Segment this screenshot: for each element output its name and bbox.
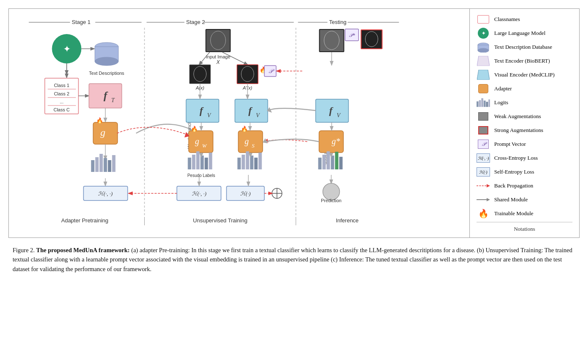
svg-text:...: ...: [60, 99, 64, 104]
legend-footer-label: Notations: [477, 222, 572, 232]
svg-rect-94: [246, 151, 249, 169]
legend-classnames-label: Classnames: [494, 16, 520, 23]
svg-text:V: V: [207, 112, 212, 119]
svg-rect-87: [192, 155, 196, 169]
legend-panel: Classnames ✦ Large Language Model: [470, 9, 579, 237]
legend-llm: ✦ Large Language Model: [477, 28, 572, 39]
svg-rect-151: [484, 100, 486, 107]
svg-text:g: g: [195, 137, 199, 146]
svg-text:𝒫*: 𝒫*: [349, 32, 355, 38]
svg-rect-51: [207, 30, 230, 51]
legend-weak-aug: Weak Augmentations: [477, 111, 572, 122]
legend-classnames: Classnames: [477, 14, 572, 25]
svg-text:ℋ(·, ·): ℋ(·, ·): [98, 190, 113, 197]
svg-rect-86: [188, 158, 191, 169]
legend-classnames-icon: [477, 14, 490, 25]
diagram-svg: Stage 1 Stage 2 Testing ✦: [9, 9, 469, 227]
svg-rect-150: [481, 98, 483, 107]
svg-rect-128: [327, 151, 330, 169]
legend-visual-encoder-icon: [477, 69, 490, 80]
legend-strong-aug: Strong Augmentations: [477, 125, 572, 136]
svg-text:🔥: 🔥: [241, 125, 248, 132]
svg-rect-113: [320, 30, 344, 51]
svg-text:Inference: Inference: [336, 217, 358, 224]
svg-rect-152: [486, 102, 488, 107]
legend-cross-entropy-label: Cross-Entropy Loss: [494, 155, 538, 161]
svg-rect-92: [238, 158, 241, 169]
legend-logits-icon: [477, 97, 490, 108]
legend-logits: Logits: [477, 97, 572, 108]
svg-rect-91: [209, 153, 212, 169]
legend-textdb-icon: [477, 42, 490, 53]
svg-text:Class C: Class C: [53, 107, 70, 112]
svg-rect-153: [488, 99, 490, 107]
svg-point-134: [323, 183, 340, 200]
svg-text:X: X: [216, 59, 220, 65]
svg-rect-40: [100, 154, 103, 172]
svg-rect-34: [93, 122, 118, 144]
legend-strong-aug-icon: [477, 125, 490, 136]
svg-rect-129: [331, 156, 334, 169]
svg-marker-146: [477, 56, 490, 66]
svg-rect-57: [190, 65, 211, 84]
svg-rect-89: [201, 156, 204, 169]
legend-logits-label: Logits: [494, 99, 508, 106]
legend-self-entropy: ℋ(·) Self-Entropy Loss: [477, 166, 572, 177]
svg-rect-79: [238, 131, 263, 153]
svg-text:ℋ(·, ·): ℋ(·, ·): [192, 190, 207, 197]
svg-text:ℋ(·): ℋ(·): [240, 190, 251, 197]
svg-rect-117: [361, 30, 382, 49]
svg-text:V: V: [256, 112, 260, 119]
figure-caption: Figure 2. The proposed MedUnA framework:…: [8, 245, 580, 274]
svg-rect-88: [196, 151, 200, 169]
svg-rect-60: [237, 65, 258, 84]
svg-text:🔥: 🔥: [191, 125, 198, 132]
main-container: Stage 1 Stage 2 Testing ✦: [8, 8, 580, 274]
legend-shared: Shared Module: [477, 194, 572, 205]
svg-rect-41: [104, 158, 107, 172]
svg-rect-149: [479, 100, 481, 107]
legend-textdb-label: Text Description Database: [494, 44, 552, 50]
legend-trainable-icon: 🔥: [477, 208, 490, 219]
svg-text:S: S: [252, 142, 255, 149]
svg-text:g: g: [245, 137, 249, 146]
legend-self-entropy-icon: ℋ(·): [477, 166, 490, 177]
svg-rect-42: [108, 160, 111, 172]
svg-rect-95: [250, 156, 254, 169]
svg-text:Text Descriptions: Text Descriptions: [89, 71, 124, 76]
svg-text:Class 2: Class 2: [54, 91, 69, 96]
legend-cross-entropy-icon: ℋ(·, ·): [477, 153, 490, 164]
legend-backprop-label: Back Propagation: [494, 182, 533, 189]
legend-adapter-icon: [477, 83, 490, 94]
legend-cross-entropy: ℋ(·, ·) Cross-Entropy Loss: [477, 153, 572, 164]
legend-trainable: 🔥 Trainable Module: [477, 208, 572, 219]
legend-trainable-label: Trainable Module: [494, 210, 533, 217]
svg-rect-93: [242, 155, 245, 169]
legend-shared-label: Shared Module: [494, 196, 528, 203]
legend-visual-encoder-label: Visual Encoder (MedCLIP): [494, 71, 555, 78]
diagram-wrapper: Stage 1 Stage 2 Testing ✦: [8, 8, 580, 238]
svg-text:Stage 2: Stage 2: [186, 19, 205, 25]
legend-llm-label: Large Language Model: [494, 30, 546, 37]
svg-text:✦: ✦: [63, 44, 71, 54]
svg-text:T: T: [111, 97, 115, 103]
legend-strong-aug-label: Strong Augmentations: [494, 127, 543, 134]
svg-text:Unsupervised Training: Unsupervised Training: [193, 217, 247, 224]
svg-text:Input Image: Input Image: [206, 54, 230, 59]
legend-weak-aug-label: Weak Augmentations: [494, 113, 541, 120]
svg-marker-155: [487, 184, 490, 187]
legend-self-entropy-label: Self-Entropy Loss: [494, 169, 534, 175]
svg-rect-38: [91, 160, 95, 172]
svg-rect-148: [477, 101, 479, 107]
svg-text:Pesudo Labels: Pesudo Labels: [187, 173, 215, 178]
svg-rect-39: [95, 157, 99, 172]
svg-text:V: V: [337, 112, 341, 119]
legend-text-encoder-label: Text Encoder (BioBERT): [494, 58, 550, 64]
svg-rect-90: [205, 158, 208, 169]
legend-visual-encoder: Visual Encoder (MedCLIP): [477, 69, 572, 80]
legend-adapter-label: Adapter: [494, 85, 512, 92]
svg-text:W: W: [202, 142, 207, 149]
svg-rect-131: [339, 157, 343, 169]
svg-text:Testing: Testing: [329, 19, 347, 25]
legend-text-encoder: Text Encoder (BioBERT): [477, 55, 572, 66]
